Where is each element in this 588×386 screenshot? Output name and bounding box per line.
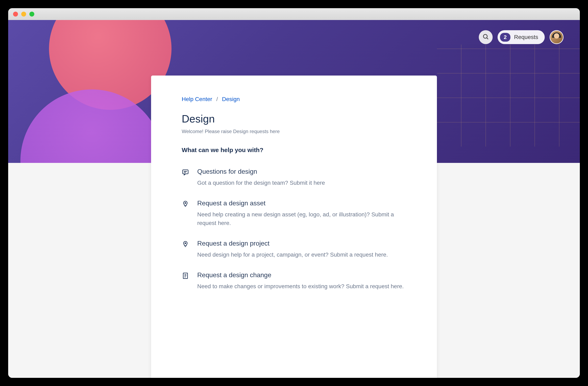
app-window: 2 Requests Help Center / Design Design W…	[8, 8, 580, 378]
request-description: Got a question for the design team? Subm…	[197, 179, 406, 187]
requests-label: Requests	[514, 34, 538, 41]
search-icon	[483, 34, 489, 41]
content-card: Help Center / Design Design Welcome! Ple…	[151, 76, 437, 378]
section-heading: What can we help you with?	[182, 146, 406, 154]
request-title: Request a design project	[197, 240, 406, 247]
breadcrumb-current-link[interactable]: Design	[222, 96, 240, 102]
request-content: Request a design change Need to make cha…	[197, 271, 406, 291]
requests-count-badge: 2	[500, 33, 510, 42]
request-title: Request a design change	[197, 271, 406, 279]
window-close-button[interactable]	[13, 12, 18, 17]
request-description: Need to make changes or improvements to …	[197, 282, 406, 291]
window-minimize-button[interactable]	[21, 12, 26, 17]
request-description: Need design help for a project, campaign…	[197, 250, 406, 259]
decorative-grid	[437, 44, 580, 146]
svg-rect-2	[183, 170, 188, 174]
request-item-change[interactable]: Request a design change Need to make cha…	[182, 271, 406, 291]
page-title: Design	[182, 113, 406, 125]
breadcrumb: Help Center / Design	[182, 96, 406, 102]
request-content: Questions for design Got a question for …	[197, 168, 406, 187]
request-content: Request a design asset Need help creatin…	[197, 200, 406, 227]
request-title: Questions for design	[197, 168, 406, 175]
svg-point-6	[185, 203, 186, 203]
svg-point-0	[483, 35, 487, 38]
breadcrumb-separator: /	[216, 96, 218, 102]
chat-icon	[182, 169, 190, 177]
request-description: Need help creating a new design asset (e…	[197, 210, 406, 227]
document-icon	[182, 272, 190, 280]
lightbulb-icon	[182, 241, 190, 249]
request-list: Questions for design Got a question for …	[182, 168, 406, 291]
requests-button[interactable]: 2 Requests	[498, 30, 545, 44]
request-content: Request a design project Need design hel…	[197, 240, 406, 259]
svg-point-8	[185, 243, 186, 244]
header-actions: 2 Requests	[479, 30, 564, 44]
search-button[interactable]	[479, 30, 493, 44]
request-item-asset[interactable]: Request a design asset Need help creatin…	[182, 200, 406, 227]
request-item-project[interactable]: Request a design project Need design hel…	[182, 240, 406, 259]
page-subtitle: Welcome! Please raise Design requests he…	[182, 129, 406, 134]
breadcrumb-root-link[interactable]: Help Center	[182, 96, 212, 102]
user-avatar[interactable]	[550, 30, 564, 44]
request-item-questions[interactable]: Questions for design Got a question for …	[182, 168, 406, 187]
request-title: Request a design asset	[197, 200, 406, 207]
window-maximize-button[interactable]	[29, 12, 34, 17]
lightbulb-icon	[182, 200, 190, 208]
svg-line-1	[487, 38, 488, 39]
window-title-bar	[8, 8, 580, 20]
